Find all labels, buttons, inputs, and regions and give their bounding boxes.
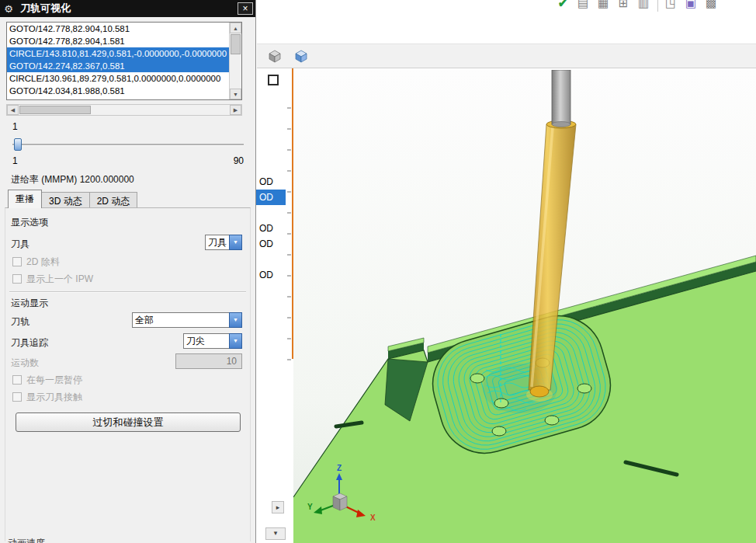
scroll-up-icon[interactable]: ▲ xyxy=(230,23,241,33)
gcode-hscrollbar[interactable]: ◀ ▶ xyxy=(6,104,242,116)
chevron-down-icon[interactable]: ▼ xyxy=(229,235,242,250)
tab-replay[interactable]: 重播 xyxy=(8,190,42,208)
checkbox-label: 在每一层暂停 xyxy=(26,374,82,387)
dialog-title: 刀轨可视化 xyxy=(20,2,238,16)
chevron-down-icon[interactable]: ▼ xyxy=(229,333,242,349)
y-axis-label: Y xyxy=(307,503,313,511)
toolpath-label: 刀轨 xyxy=(11,315,29,329)
view-corner-icon[interactable]: ◳ xyxy=(663,0,678,12)
slider-max-label: 90 xyxy=(217,155,244,166)
grid-icon[interactable]: ▦ xyxy=(595,0,611,12)
toolpath-combo[interactable]: 全部 ▼ xyxy=(132,312,242,328)
x-axis-label: X xyxy=(370,513,376,522)
feedrate-readout: 进给率 (MMPM) 1200.000000 xyxy=(11,173,134,186)
graphics-viewport[interactable]: Z X Y xyxy=(293,70,756,543)
gcode-vscrollbar[interactable]: ▲ ▼ xyxy=(229,23,241,99)
checkbox-2d-removal[interactable]: 2D 除料 xyxy=(12,256,60,267)
motion-count-input[interactable]: 10 xyxy=(175,353,242,369)
tool-tracking-label: 刀具追踪 xyxy=(11,336,48,350)
z-axis-label: Z xyxy=(337,464,342,472)
gcode-line[interactable]: GOTO/142.778,82.904,10.581 xyxy=(7,23,229,35)
operation-item[interactable]: OD xyxy=(256,174,286,190)
separator xyxy=(9,291,246,293)
tool-combo-value[interactable]: 刀具 xyxy=(205,235,229,250)
scroll-down-icon[interactable]: ▼ xyxy=(230,89,241,99)
slider-thumb[interactable] xyxy=(14,138,22,151)
tab-3d-dynamic[interactable]: 3D 动态 xyxy=(41,192,90,208)
checkbox-label: 显示刀具接触 xyxy=(26,391,82,404)
gouge-collision-settings-button[interactable]: 过切和碰撞设置 xyxy=(16,412,241,432)
scene: Z X Y xyxy=(293,70,756,543)
verify-check-icon[interactable]: ✔ xyxy=(555,0,570,12)
solid-cube-icon[interactable] xyxy=(266,47,283,64)
animation-speed-section-label: 动画速度 xyxy=(8,537,45,543)
checkbox-label: 显示上一个 IPW xyxy=(26,273,93,286)
mode-tabs: 重播 3D 动态 2D 动态 xyxy=(8,190,137,208)
slider-track[interactable] xyxy=(12,144,244,146)
gcode-line[interactable]: CIRCLE/130.961,89.279,0.581,0.0000000,0.… xyxy=(7,72,229,85)
checkbox-box[interactable] xyxy=(12,274,22,284)
scroll-left-icon[interactable]: ◀ xyxy=(7,105,19,115)
display-box-icon[interactable]: ▣ xyxy=(683,0,699,12)
layers-icon[interactable]: ▩ xyxy=(703,0,719,12)
checkbox-label: 2D 除料 xyxy=(26,256,60,269)
tool-label: 刀具 xyxy=(11,238,29,251)
shaded-cube-icon[interactable] xyxy=(293,47,310,64)
list-icon[interactable]: ▤ xyxy=(575,0,591,12)
checkbox-box[interactable] xyxy=(12,392,22,402)
slider-min-label: 1 xyxy=(12,155,18,166)
panel-edge-ticks xyxy=(287,107,291,364)
gear-icon: ⚙ xyxy=(0,3,17,15)
operation-item[interactable]: OD xyxy=(256,221,286,236)
toolpath-combo-value[interactable]: 全部 xyxy=(132,312,229,328)
operation-item-selected[interactable]: OD xyxy=(256,190,286,205)
motion-count-label: 运动数 xyxy=(11,357,39,370)
dialog-titlebar[interactable]: ⚙ 刀轨可视化 × xyxy=(0,0,255,17)
gcode-list[interactable]: GOTO/142.778,82.904,10.581 GOTO/142.778,… xyxy=(6,22,242,100)
chevron-down-icon[interactable]: ▼ xyxy=(229,312,242,328)
motion-display-header: 运动显示 xyxy=(11,297,48,310)
tool-tracking-combo[interactable]: 刀尖 ▼ xyxy=(183,333,242,349)
toolbar-separator xyxy=(657,0,658,12)
scroll-right-button[interactable]: ▸ xyxy=(272,501,284,513)
tool-combo[interactable]: 刀具 ▼ xyxy=(205,235,242,250)
hscroll-thumb[interactable] xyxy=(19,106,91,114)
table-icon[interactable]: ▥ xyxy=(636,0,651,12)
tab-2d-dynamic[interactable]: 2D 动态 xyxy=(89,192,138,208)
secondary-toolbar xyxy=(257,44,756,68)
tool-tip xyxy=(530,386,549,397)
shank-bottom xyxy=(552,122,570,127)
vscroll-thumb[interactable] xyxy=(231,34,241,54)
operation-item[interactable]: OD xyxy=(256,236,286,252)
checkbox-show-ipw[interactable]: 显示上一个 IPW xyxy=(12,273,93,284)
scroll-down-button[interactable]: ▾ xyxy=(265,527,286,540)
replay-slider[interactable] xyxy=(12,137,244,151)
gcode-line-selected[interactable]: GOTO/142.274,82.367,0.581 xyxy=(7,60,229,72)
feedrate-label: 进给率 (MMPM) xyxy=(11,174,77,185)
scroll-right-icon[interactable]: ▶ xyxy=(230,105,241,115)
add-box-icon[interactable]: ⊞ xyxy=(616,0,631,12)
gcode-line[interactable]: GOTO/142.034,81.988,0.581 xyxy=(7,85,229,97)
restore-window-button[interactable] xyxy=(268,75,279,85)
checkbox-box[interactable] xyxy=(12,257,22,266)
operations-strip: OD OD OD OD OD ▸ ▾ xyxy=(256,68,293,543)
tracking-combo-value[interactable]: 刀尖 xyxy=(183,333,229,349)
close-icon[interactable]: × xyxy=(238,2,253,15)
operation-item[interactable]: OD xyxy=(256,267,286,283)
main-toolbar: ✔ ▤ ▦ ⊞ ▥ ◳ ▣ ▩ xyxy=(257,0,756,12)
display-options-header: 显示选项 xyxy=(11,216,48,229)
checkbox-show-tool-contact[interactable]: 显示刀具接触 xyxy=(12,392,82,402)
tool-shank xyxy=(552,70,570,124)
checkbox-pause-each-layer[interactable]: 在每一层暂停 xyxy=(12,374,82,385)
toolbar-icon-group: ✔ ▤ ▦ ⊞ ▥ ◳ ▣ ▩ xyxy=(555,0,723,12)
gcode-line-selected[interactable]: CIRCLE/143.810,81.429,0.581,-0.0000000,-… xyxy=(7,47,229,60)
feedrate-value: 1200.000000 xyxy=(80,174,134,185)
toolpath-visualization-dialog: ⚙ 刀轨可视化 × GOTO/142.778,82.904,10.581 GOT… xyxy=(0,0,256,543)
slider-current-value: 1 xyxy=(12,121,18,132)
checkbox-box[interactable] xyxy=(12,375,22,385)
gcode-line[interactable]: GOTO/142.778,82.904,1.581 xyxy=(7,35,229,47)
